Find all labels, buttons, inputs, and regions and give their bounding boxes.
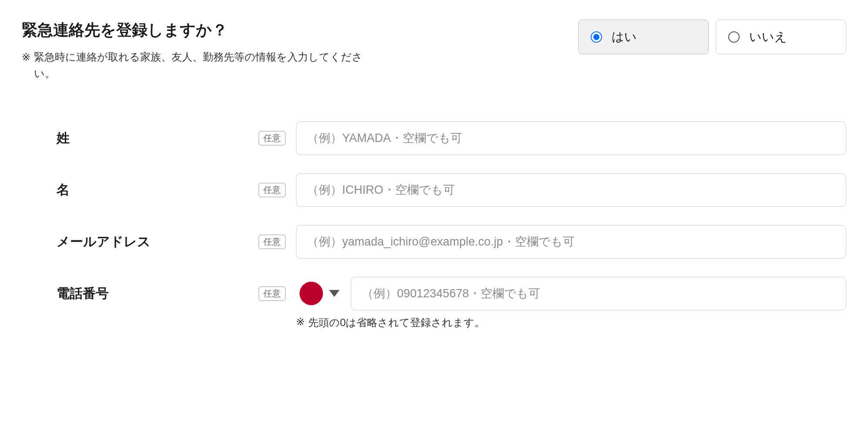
optional-tag: 任意 <box>259 183 286 197</box>
optional-tag: 任意 <box>259 286 286 301</box>
japan-flag-icon <box>299 282 323 305</box>
given-name-label: 名 <box>57 181 70 199</box>
chevron-down-icon <box>329 290 340 297</box>
given-name-input[interactable] <box>296 173 846 207</box>
email-label: メールアドレス <box>57 233 151 251</box>
radio-no-label: いいえ <box>749 29 787 45</box>
surname-input[interactable] <box>296 121 846 155</box>
radio-yes-label: はい <box>612 29 637 45</box>
radio-circle-icon <box>591 31 602 43</box>
country-code-selector[interactable] <box>296 278 343 309</box>
question-note: 緊急時に連絡が取れる家族、友人、勤務先等の情報を入力してください。 <box>34 49 365 82</box>
phone-label: 電話番号 <box>57 285 109 303</box>
optional-tag: 任意 <box>259 131 286 145</box>
question-title: 緊急連絡先を登録しますか？ <box>22 20 561 41</box>
register-radio-group: はい いいえ <box>578 20 846 54</box>
phone-input[interactable] <box>351 277 846 310</box>
surname-label: 姓 <box>57 129 70 147</box>
radio-yes[interactable]: はい <box>578 20 709 54</box>
phone-note-asterisk: ※ <box>296 316 305 328</box>
radio-circle-icon <box>728 31 740 43</box>
radio-no[interactable]: いいえ <box>716 20 846 54</box>
phone-note: 先頭の0は省略されて登録されます。 <box>308 316 485 330</box>
email-input[interactable] <box>296 225 846 259</box>
note-asterisk: ※ <box>22 49 30 65</box>
optional-tag: 任意 <box>259 235 286 249</box>
